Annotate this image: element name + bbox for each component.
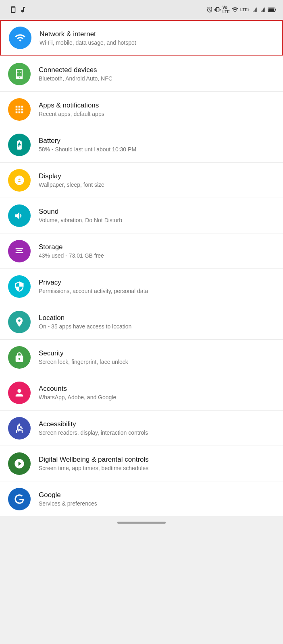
battery-subtitle: 58% - Should last until about 10:30 PM	[39, 146, 275, 153]
wellbeing-title: Digital Wellbeing & parental controls	[39, 456, 275, 464]
settings-item-apps[interactable]: Apps & notifications Recent apps, defaul…	[0, 92, 283, 127]
accessibility-text: Accessibility Screen readers, display, i…	[39, 420, 275, 436]
status-bar: VoLTE LTE+	[0, 0, 283, 19]
shazam-icon	[19, 6, 27, 13]
apps-text: Apps & notifications Recent apps, defaul…	[39, 101, 275, 117]
svg-rect-2	[275, 9, 276, 11]
volte-icon: VoLTE	[223, 5, 230, 14]
battery-text: Battery 58% - Should last until about 10…	[39, 137, 275, 153]
security-icon	[8, 346, 31, 369]
accessibility-title: Accessibility	[39, 420, 275, 428]
connected-title: Connected devices	[39, 66, 275, 74]
network-text: Network & internet Wi-Fi, mobile, data u…	[40, 30, 274, 46]
apps-title: Apps & notifications	[39, 101, 275, 109]
apps-icon	[8, 98, 31, 121]
sound-icon	[8, 204, 31, 227]
connected-subtitle: Bluetooth, Android Auto, NFC	[39, 75, 275, 82]
settings-item-connected[interactable]: Connected devices Bluetooth, Android Aut…	[0, 56, 283, 92]
connected-text: Connected devices Bluetooth, Android Aut…	[39, 66, 275, 82]
settings-item-location[interactable]: Location On - 35 apps have access to loc…	[0, 304, 283, 340]
settings-item-google[interactable]: Google Services & preferences	[0, 481, 283, 517]
wellbeing-subtitle: Screen time, app timers, bedtime schedul…	[39, 465, 275, 471]
network-icon	[9, 27, 31, 49]
settings-list: Network & internet Wi-Fi, mobile, data u…	[0, 20, 283, 517]
sound-subtitle: Volume, vibration, Do Not Disturb	[39, 217, 275, 223]
network-title: Network & internet	[40, 30, 274, 38]
sound-title: Sound	[39, 208, 275, 216]
svg-point-4	[20, 72, 21, 73]
accessibility-icon	[8, 417, 31, 440]
svg-point-3	[17, 72, 18, 73]
accounts-subtitle: WhatsApp, Adobe, and Google	[39, 394, 275, 400]
settings-item-battery[interactable]: Battery 58% - Should last until about 10…	[0, 127, 283, 163]
apps-subtitle: Recent apps, default apps	[39, 111, 275, 117]
accounts-text: Accounts WhatsApp, Adobe, and Google	[39, 385, 275, 400]
accounts-title: Accounts	[39, 385, 275, 393]
svg-rect-1	[268, 8, 274, 11]
google-text: Google Services & preferences	[39, 491, 275, 507]
network-subtitle: Wi-Fi, mobile, data usage, and hotspot	[40, 39, 274, 46]
battery-icon	[268, 6, 277, 13]
bottom-indicator	[117, 522, 166, 524]
storage-subtitle: 43% used - 73.01 GB free	[39, 252, 275, 259]
bottom-bar	[0, 517, 283, 528]
privacy-icon	[8, 275, 31, 298]
wifi-status-icon	[231, 6, 239, 13]
battery-title: Battery	[39, 137, 275, 145]
google-subtitle: Services & preferences	[39, 500, 275, 507]
storage-title: Storage	[39, 243, 275, 251]
storage-icon	[8, 240, 31, 262]
connected-icon	[8, 63, 31, 85]
google-icon	[8, 488, 31, 510]
accounts-icon	[8, 382, 31, 404]
settings-item-network[interactable]: Network & internet Wi-Fi, mobile, data u…	[0, 20, 283, 56]
alarm-icon	[206, 6, 213, 13]
privacy-subtitle: Permissions, account activity, personal …	[39, 288, 275, 294]
settings-item-sound[interactable]: Sound Volume, vibration, Do Not Disturb	[0, 198, 283, 233]
location-icon	[8, 311, 31, 333]
wellbeing-icon	[8, 452, 31, 475]
settings-item-wellbeing[interactable]: Digital Wellbeing & parental controls Sc…	[0, 446, 283, 481]
sound-text: Sound Volume, vibration, Do Not Disturb	[39, 208, 275, 223]
security-title: Security	[39, 349, 275, 357]
privacy-title: Privacy	[39, 279, 275, 287]
status-right: VoLTE LTE+	[206, 5, 277, 14]
lte-icon: LTE+	[240, 8, 250, 12]
settings-item-accounts[interactable]: Accounts WhatsApp, Adobe, and Google	[0, 375, 283, 411]
location-text: Location On - 35 apps have access to loc…	[39, 314, 275, 330]
privacy-text: Privacy Permissions, account activity, p…	[39, 279, 275, 294]
display-subtitle: Wallpaper, sleep, font size	[39, 182, 275, 188]
security-subtitle: Screen lock, fingerprint, face unlock	[39, 359, 275, 365]
battery-icon	[8, 134, 31, 156]
settings-item-security[interactable]: Security Screen lock, fingerprint, face …	[0, 340, 283, 375]
display-icon	[8, 169, 31, 192]
storage-text: Storage 43% used - 73.01 GB free	[39, 243, 275, 259]
signal2-icon	[260, 6, 266, 13]
settings-item-display[interactable]: Display Wallpaper, sleep, font size	[0, 163, 283, 198]
status-left	[6, 6, 27, 13]
accessibility-subtitle: Screen readers, display, interaction con…	[39, 429, 275, 436]
display-title: Display	[39, 172, 275, 180]
location-subtitle: On - 35 apps have access to location	[39, 323, 275, 330]
signal1-icon	[252, 6, 258, 13]
wellbeing-text: Digital Wellbeing & parental controls Sc…	[39, 456, 275, 471]
vibrate-icon	[214, 6, 221, 13]
settings-item-storage[interactable]: Storage 43% used - 73.01 GB free	[0, 233, 283, 269]
status-icons-left	[10, 6, 27, 13]
location-title: Location	[39, 314, 275, 322]
settings-item-privacy[interactable]: Privacy Permissions, account activity, p…	[0, 269, 283, 304]
settings-item-accessibility[interactable]: Accessibility Screen readers, display, i…	[0, 411, 283, 446]
security-text: Security Screen lock, fingerprint, face …	[39, 349, 275, 365]
screenshot-icon	[10, 6, 17, 13]
google-title: Google	[39, 491, 275, 499]
display-text: Display Wallpaper, sleep, font size	[39, 172, 275, 188]
